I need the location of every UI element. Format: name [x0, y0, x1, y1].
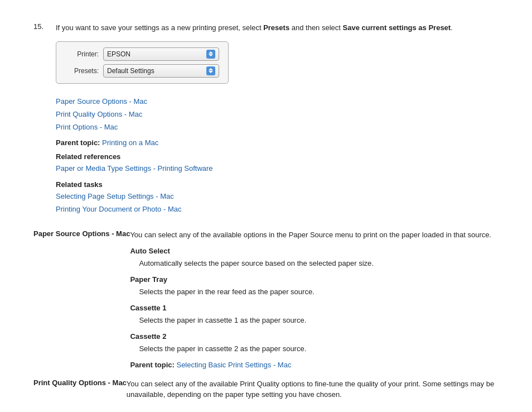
printer-dialog: Printer: EPSON Presets: Default Settings [56, 41, 229, 84]
step-text-middle: and then select [289, 23, 342, 32]
presets-arrow [206, 66, 215, 75]
option-paper-tray-title: Paper Tray [130, 274, 499, 285]
step-content: If you want to save your settings as a n… [56, 22, 499, 218]
option-cassette1-title: Cassette 1 [130, 303, 499, 314]
paper-source-title: Paper Source Options - Mac [33, 229, 130, 371]
step-text: If you want to save your settings as a n… [56, 22, 499, 33]
presets-value: Default Settings [107, 67, 154, 75]
print-quality-body: You can select any of the available Prin… [127, 379, 499, 400]
links-section: Paper Source Options - Mac Print Quality… [56, 95, 499, 134]
parent-topic-link: Printing on a Mac [102, 138, 158, 147]
step-text-before: If you want to save your settings as a n… [56, 23, 263, 32]
printer-value: EPSON [107, 50, 130, 58]
related-references-label: Related references [56, 152, 499, 161]
related-tasks-label: Related tasks [56, 180, 499, 189]
option-paper-tray-desc: Selects the paper in the rear feed as th… [139, 286, 499, 298]
print-quality-title: Print Quality Options - Mac [33, 379, 127, 400]
printer-row: Printer: EPSON [65, 47, 219, 61]
paper-source-intro: You can select any of the available opti… [130, 229, 499, 241]
step-bold2: Save current settings as Preset [343, 23, 451, 32]
related-tasks-link-1[interactable]: Selecting Page Setup Settings - Mac [56, 190, 499, 203]
presets-row: Presets: Default Settings [65, 64, 219, 78]
step-15: 15. If you want to save your settings as… [33, 22, 499, 218]
link-paper-source[interactable]: Paper Source Options - Mac [56, 95, 499, 108]
arrow-up-icon2 [209, 68, 213, 70]
related-references-block: Related references Paper or Media Type S… [56, 152, 499, 175]
paper-source-section: Paper Source Options - Mac You can selec… [33, 229, 499, 371]
option-auto-select-title: Auto Select [130, 246, 499, 257]
link-print-options[interactable]: Print Options - Mac [56, 121, 499, 133]
step-text-after: . [451, 23, 453, 32]
arrow-down-icon [209, 54, 213, 56]
option-cassette2-desc: Selects the paper in cassette 2 as the p… [139, 343, 499, 354]
related-tasks-link-2[interactable]: Printing Your Document or Photo - Mac [56, 203, 499, 215]
step-number: 15. [33, 22, 56, 218]
print-quality-intro: You can select any of the available Prin… [127, 379, 499, 400]
print-quality-section: Print Quality Options - Mac You can sele… [33, 379, 499, 400]
printer-label: Printer: [65, 50, 99, 58]
page-container: 15. If you want to save your settings as… [0, 0, 532, 412]
paper-source-parent-label: Parent topic: [130, 361, 174, 369]
link-print-quality[interactable]: Print Quality Options - Mac [56, 108, 499, 121]
printer-select[interactable]: EPSON [103, 47, 219, 61]
paper-source-parent-link[interactable]: Selecting Basic Print Settings - Mac [176, 361, 291, 369]
related-tasks-block: Related tasks Selecting Page Setup Setti… [56, 180, 499, 216]
related-references-link[interactable]: Paper or Media Type Settings - Printing … [56, 162, 499, 175]
parent-topic-link-text[interactable]: Printing on a Mac [102, 138, 158, 147]
presets-label: Presets: [65, 67, 99, 75]
parent-topic-block: Parent topic: Printing on a Mac [56, 138, 499, 147]
parent-topic-label: Parent topic: [56, 138, 100, 147]
arrow-down-icon2 [209, 71, 213, 73]
presets-select[interactable]: Default Settings [103, 64, 219, 78]
step-bold1: Presets [263, 23, 289, 32]
option-cassette2-title: Cassette 2 [130, 331, 499, 342]
option-cassette1-desc: Selects the paper in cassette 1 as the p… [139, 315, 499, 326]
paper-source-body: You can select any of the available opti… [130, 229, 499, 371]
arrow-up-icon [209, 51, 213, 54]
printer-arrow [206, 50, 215, 59]
option-auto-select-desc: Automatically selects the paper source b… [139, 258, 499, 269]
paper-source-parent-topic: Parent topic: Selecting Basic Print Sett… [130, 360, 499, 371]
